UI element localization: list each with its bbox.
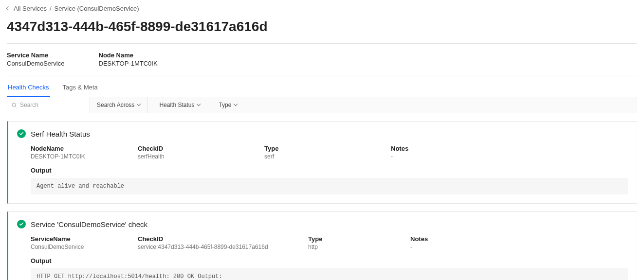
output-box: Agent alive and reachable [31,178,628,194]
divider [7,76,637,76]
col-label: ServiceName [31,235,138,243]
col-label: Notes [391,145,628,152]
col-label: CheckID [138,235,308,243]
svg-line-1 [15,106,16,107]
health-check-card: Service 'ConsulDemoService' check Servic… [7,211,637,280]
col-notes: Notes - [410,235,628,250]
output-box: HTTP GET http://localhost:5014/health: 2… [31,268,628,280]
col-checkid: CheckID serfHealth [138,145,264,160]
output-label: Output [17,257,628,264]
filter-search-across[interactable]: Search Across [90,97,147,113]
col-type: Type serf [264,145,391,160]
col-label: CheckID [138,145,264,152]
search-input[interactable] [20,102,86,108]
page-title: 4347d313-444b-465f-8899-de31617a616d [7,16,637,43]
col-value: - [410,244,628,250]
check-details-grid: ServiceName ConsulDemoService CheckID se… [17,235,628,250]
filter-bar: Search Across Health Status Type [7,97,637,113]
col-value: serf [264,153,391,160]
meta-row: Service Name ConsulDemoService Node Name… [7,44,637,76]
breadcrumb-all-services[interactable]: All Services [14,5,47,12]
chevron-down-icon [197,102,201,106]
meta-label: Node Name [99,52,158,59]
col-value: ConsulDemoService [31,244,138,250]
filter-label: Health Status [159,102,194,108]
filter-label: Search Across [97,102,134,108]
status-passing-icon [17,129,26,138]
svg-point-0 [12,103,16,106]
col-value: serfHealth [138,153,264,160]
col-label: Type [308,235,410,243]
status-passing-icon [17,220,26,228]
col-value: - [391,153,628,160]
col-label: NodeName [31,145,138,152]
meta-value: ConsulDemoService [7,60,65,67]
tab-tags-meta[interactable]: Tags & Meta [62,78,99,97]
health-check-card: Serf Health Status NodeName DESKTOP-1MTC… [7,121,637,204]
chevron-left-icon [6,6,10,10]
tab-health-checks[interactable]: Health Checks [7,78,50,97]
card-header: Service 'ConsulDemoService' check [17,220,628,228]
output-label: Output [17,167,628,174]
search-box[interactable] [7,97,90,113]
meta-service-name: Service Name ConsulDemoService [7,52,65,67]
chevron-down-icon [137,102,141,106]
col-value: service:4347d313-444b-465f-8899-de31617a… [138,244,308,250]
meta-value: DESKTOP-1MTC0IK [99,60,158,67]
col-value: DESKTOP-1MTC0IK [31,153,138,160]
col-label: Notes [410,235,628,243]
tabs: Health Checks Tags & Meta [7,77,637,97]
meta-label: Service Name [7,52,65,59]
col-first: NodeName DESKTOP-1MTC0IK [31,145,138,160]
check-title: Service 'ConsulDemoService' check [31,220,147,228]
col-notes: Notes - [391,145,628,160]
meta-node-name: Node Name DESKTOP-1MTC0IK [99,52,158,67]
col-type: Type http [308,235,410,250]
breadcrumb-separator: / [50,5,52,12]
card-header: Serf Health Status [17,129,628,138]
check-details-grid: NodeName DESKTOP-1MTC0IK CheckID serfHea… [17,145,628,160]
chevron-down-icon [234,102,238,106]
filter-health-status[interactable]: Health Status [152,97,207,113]
col-first: ServiceName ConsulDemoService [31,235,138,250]
filter-type[interactable]: Type [212,97,244,113]
col-value: http [308,244,410,250]
search-icon [11,102,17,108]
check-title: Serf Health Status [31,130,90,138]
breadcrumb-current: Service (ConsulDemoService) [55,5,139,12]
filter-label: Type [219,102,231,108]
health-checks-list: Serf Health Status NodeName DESKTOP-1MTC… [7,121,637,280]
col-checkid: CheckID service:4347d313-444b-465f-8899-… [138,235,308,250]
breadcrumb: All Services / Service (ConsulDemoServic… [7,0,637,16]
col-label: Type [264,145,391,152]
